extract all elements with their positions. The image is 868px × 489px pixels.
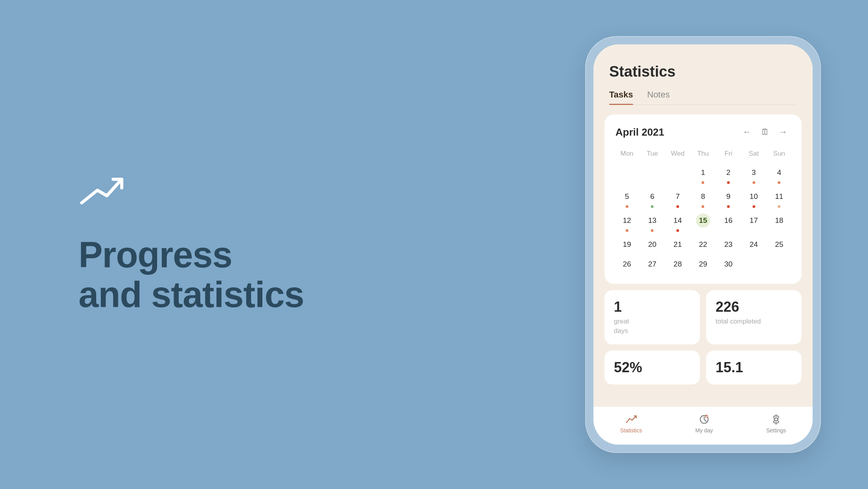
day-header-fri: Fri <box>717 148 740 159</box>
phone-outer: Statistics Tasks Notes April 2021 ← 🗓 → <box>585 36 821 453</box>
calendar-grid: Mon Tue Wed Thu Fri Sat Sun 1 <box>615 148 791 273</box>
left-section: Progress and statistics <box>0 0 353 489</box>
day-4[interactable]: 4 <box>767 164 791 186</box>
calendar-icon[interactable]: 🗓 <box>761 127 769 137</box>
day-empty-2 <box>641 164 664 186</box>
day-empty-end-2 <box>767 256 791 273</box>
hero-text: Progress and statistics <box>79 235 353 314</box>
day-header-wed: Wed <box>666 148 689 159</box>
day-13[interactable]: 13 <box>641 212 664 233</box>
day-6[interactable]: 6 <box>641 188 664 210</box>
day-22[interactable]: 22 <box>692 236 715 253</box>
day-header-tue: Tue <box>641 148 664 159</box>
calendar-nav: ← 🗓 → <box>740 125 791 139</box>
day-15[interactable]: 15 <box>692 212 715 233</box>
day-header-mon: Mon <box>615 148 639 159</box>
settings-nav-label: Settings <box>766 427 786 434</box>
day-10[interactable]: 10 <box>742 188 765 210</box>
day-header-sun: Sun <box>767 148 791 159</box>
day-7[interactable]: 7 <box>666 188 689 210</box>
phone-inner: Statistics Tasks Notes April 2021 ← 🗓 → <box>593 44 813 445</box>
nav-statistics[interactable]: Statistics <box>620 413 642 434</box>
day-header-thu: Thu <box>692 148 715 159</box>
day-3[interactable]: 3 <box>742 164 765 186</box>
next-month-button[interactable]: → <box>776 125 791 139</box>
day-23[interactable]: 23 <box>717 236 740 253</box>
phone-wrapper: Statistics Tasks Notes April 2021 ← 🗓 → <box>585 36 821 453</box>
day-21[interactable]: 21 <box>666 236 689 253</box>
bottom-nav: Statistics My day Sett <box>593 406 813 445</box>
statistics-nav-icon <box>625 413 637 426</box>
svg-point-1 <box>705 415 708 418</box>
tabs: Tasks Notes <box>609 90 797 105</box>
trend-icon <box>79 175 353 211</box>
statistics-nav-label: Statistics <box>620 427 642 434</box>
day-27[interactable]: 27 <box>641 256 664 273</box>
stats-row: 1 greatdays 226 total completed <box>604 290 802 344</box>
myday-nav-label: My day <box>695 427 713 434</box>
day-12[interactable]: 12 <box>615 212 639 233</box>
day-header-sat: Sat <box>742 148 765 159</box>
day-18[interactable]: 18 <box>767 212 791 233</box>
day-30[interactable]: 30 <box>717 256 740 273</box>
day-29[interactable]: 29 <box>692 256 715 273</box>
settings-nav-icon <box>770 413 782 426</box>
prev-month-button[interactable]: ← <box>740 125 754 139</box>
app-content: April 2021 ← 🗓 → Mon Tue Wed Thu <box>593 105 813 406</box>
tab-notes[interactable]: Notes <box>647 90 670 105</box>
day-25[interactable]: 25 <box>767 236 791 253</box>
day-14[interactable]: 14 <box>666 212 689 233</box>
total-completed-label: total completed <box>716 317 792 326</box>
calendar-header: April 2021 ← 🗓 → <box>615 125 791 139</box>
day-24[interactable]: 24 <box>742 236 765 253</box>
day-28[interactable]: 28 <box>666 256 689 273</box>
day-empty-end-1 <box>742 256 765 273</box>
app-header: Statistics Tasks Notes <box>593 44 813 105</box>
day-1[interactable]: 1 <box>692 164 715 186</box>
calendar-card: April 2021 ← 🗓 → Mon Tue Wed Thu <box>604 114 802 284</box>
day-17[interactable]: 17 <box>742 212 765 233</box>
svg-point-2 <box>775 418 778 421</box>
day-19[interactable]: 19 <box>615 236 639 253</box>
day-empty-3 <box>666 164 689 186</box>
day-empty-1 <box>615 164 639 186</box>
calendar-month: April 2021 <box>615 126 664 138</box>
day-8[interactable]: 8 <box>692 188 715 210</box>
total-completed-card: 226 total completed <box>706 290 802 344</box>
day-9[interactable]: 9 <box>717 188 740 210</box>
day-11[interactable]: 11 <box>767 188 791 210</box>
avg-card: 15.1 <box>706 351 802 384</box>
app-title: Statistics <box>609 63 797 80</box>
nav-settings[interactable]: Settings <box>766 413 786 434</box>
day-26[interactable]: 26 <box>615 256 639 273</box>
percent-number: 52% <box>614 359 690 376</box>
day-5[interactable]: 5 <box>615 188 639 210</box>
great-days-card: 1 greatdays <box>604 290 700 344</box>
percent-card: 52% <box>604 351 700 384</box>
nav-myday[interactable]: My day <box>695 413 713 434</box>
day-20[interactable]: 20 <box>641 236 664 253</box>
great-days-number: 1 <box>614 299 690 315</box>
great-days-label: greatdays <box>614 317 690 336</box>
myday-nav-icon <box>698 413 711 426</box>
bottom-stats-row: 52% 15.1 <box>604 351 802 384</box>
total-completed-number: 226 <box>716 299 792 315</box>
avg-number: 15.1 <box>716 359 792 376</box>
tab-tasks[interactable]: Tasks <box>609 90 633 105</box>
day-2[interactable]: 2 <box>717 164 740 186</box>
day-16[interactable]: 16 <box>717 212 740 233</box>
